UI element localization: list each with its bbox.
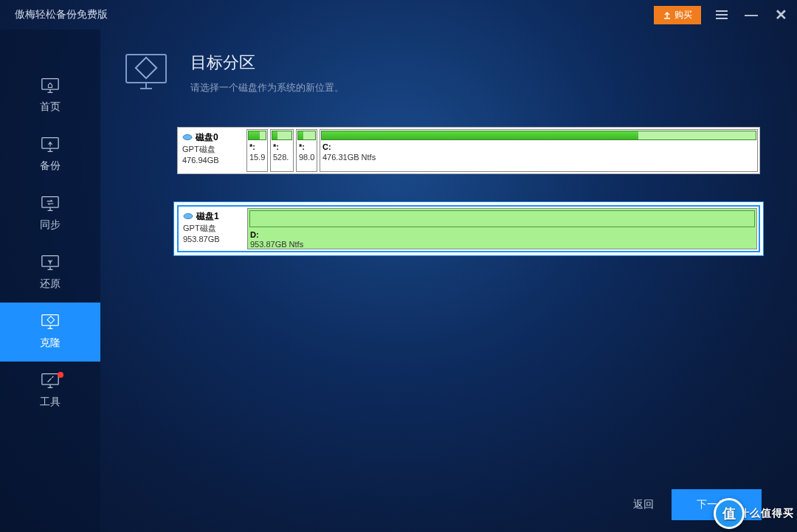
watermark-badge-icon: 值	[714, 498, 745, 529]
disk-info: 磁盘0 GPT磁盘 476.94GB	[179, 129, 244, 172]
watermark-text: 什么值得买	[739, 507, 794, 520]
disk-type: GPT磁盘	[182, 144, 241, 155]
sidebar-item-tools[interactable]: 工具	[0, 362, 100, 421]
watermark: 值 什么值得买	[714, 498, 794, 529]
svg-rect-5	[47, 317, 55, 324]
app-title: 傲梅轻松备份免费版	[15, 8, 654, 21]
disk-row-1[interactable]: 磁盘1 GPT磁盘 953.87GB D:953.87GB Ntfs	[177, 205, 760, 252]
disk-name: 磁盘0	[196, 131, 218, 144]
upload-icon	[663, 10, 672, 19]
disk-size: 476.94GB	[182, 155, 241, 166]
svg-rect-8	[136, 58, 156, 78]
sidebar-item-sync[interactable]: 同步	[0, 184, 100, 243]
back-button[interactable]: 返回	[633, 498, 654, 511]
disk-list: 磁盘0 GPT磁盘 476.94GB *:15.9 *:528.	[123, 127, 760, 252]
partition[interactable]: *:15.9	[246, 129, 268, 172]
monitor-clone-icon	[40, 313, 61, 331]
svg-point-10	[184, 214, 193, 219]
notification-dot-icon	[58, 372, 63, 378]
disk-type: GPT磁盘	[183, 223, 242, 234]
app-window: 傲梅轻松备份免费版 购买 — ✕ 首页 备份	[0, 0, 797, 532]
buy-button[interactable]: 购买	[654, 6, 701, 24]
partition[interactable]: C:476.31GB Ntfs	[320, 129, 758, 172]
menu-icon[interactable]	[713, 7, 731, 22]
sidebar-item-label: 同步	[40, 218, 61, 232]
page-title: 目标分区	[190, 52, 344, 74]
svg-rect-2	[42, 197, 58, 208]
sidebar-item-label: 工具	[40, 395, 61, 409]
titlebar: 傲梅轻松备份免费版 购买 — ✕	[0, 0, 797, 30]
buy-label: 购买	[674, 9, 692, 21]
page-header: 目标分区 请选择一个磁盘作为系统的新位置。	[123, 52, 760, 94]
disk-icon	[183, 213, 193, 220]
titlebar-controls: 购买 — ✕	[654, 6, 790, 24]
disk-info: 磁盘1 GPT磁盘 953.87GB	[180, 208, 245, 249]
sidebar-item-label: 备份	[40, 159, 61, 173]
main-panel: 目标分区 请选择一个磁盘作为系统的新位置。 磁盘0 GPT磁盘 476.94GB	[100, 30, 797, 532]
disk-icon	[182, 134, 193, 141]
sidebar-item-restore[interactable]: 还原	[0, 243, 100, 303]
header-text: 目标分区 请选择一个磁盘作为系统的新位置。	[190, 52, 344, 94]
monitor-backup-icon	[40, 136, 61, 153]
sidebar-item-label: 首页	[40, 100, 61, 114]
disk-name: 磁盘1	[196, 210, 219, 223]
minimize-button[interactable]: —	[742, 7, 760, 23]
partition[interactable]: *:98.0	[296, 129, 317, 172]
partition[interactable]: *:528.	[270, 129, 294, 172]
partition[interactable]: D:953.87GB Ntfs	[247, 208, 757, 249]
sidebar-item-label: 克隆	[40, 336, 61, 350]
monitor-restore-icon	[40, 254, 61, 272]
close-button[interactable]: ✕	[772, 6, 790, 24]
sidebar-item-label: 还原	[40, 277, 61, 291]
sidebar-item-backup[interactable]: 备份	[0, 125, 100, 184]
sidebar-item-home[interactable]: 首页	[0, 66, 100, 125]
page-subtitle: 请选择一个磁盘作为系统的新位置。	[190, 81, 344, 94]
disk-row-0[interactable]: 磁盘0 GPT磁盘 476.94GB *:15.9 *:528.	[177, 127, 760, 174]
svg-point-9	[183, 135, 192, 140]
monitor-sync-icon	[40, 195, 61, 213]
sidebar-item-clone[interactable]: 克隆	[0, 303, 100, 362]
app-body: 首页 备份 同步 还原 克隆 工具	[0, 30, 797, 532]
sidebar: 首页 备份 同步 还原 克隆 工具	[0, 30, 100, 532]
disk-size: 953.87GB	[183, 234, 242, 245]
monitor-home-icon	[40, 77, 61, 94]
partition-header-icon	[123, 52, 173, 93]
